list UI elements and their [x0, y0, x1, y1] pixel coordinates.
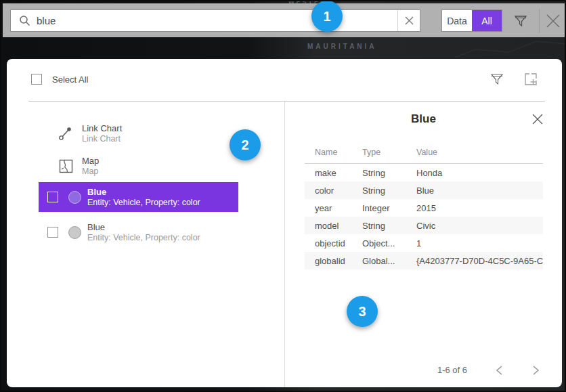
- cell-value: 1: [416, 238, 543, 248]
- cell-value: {A4203777-D70D-4C5C-9A65-C...: [416, 256, 543, 266]
- table-row: make String Honda: [305, 164, 543, 181]
- pagination: 1-6 of 6: [437, 365, 540, 375]
- result-subtitle: Map: [82, 167, 99, 176]
- result-title: Map: [82, 156, 99, 166]
- map-border-line: [448, 37, 566, 59]
- close-search-icon[interactable]: [544, 12, 563, 30]
- result-title: Blue: [87, 187, 200, 197]
- cell-name: year: [315, 203, 362, 213]
- result-blue-selected[interactable]: Blue Entity: Vehicle, Property: color: [39, 182, 238, 212]
- result-checkbox[interactable]: [47, 192, 58, 202]
- cell-name: model: [315, 221, 362, 231]
- select-all-label: Select All: [52, 74, 88, 85]
- table-row: color String Blue: [305, 181, 543, 199]
- cell-value: Civic: [416, 221, 543, 231]
- cell-type: String: [362, 168, 416, 178]
- entity-circle-icon: [68, 226, 81, 239]
- result-subtitle: Link Chart: [82, 134, 122, 144]
- map-icon: [58, 158, 73, 173]
- callout-badge-3: 3: [347, 296, 378, 327]
- filter-icon[interactable]: [513, 13, 529, 29]
- cell-value: Blue: [416, 186, 543, 196]
- scope-option-all[interactable]: All: [472, 10, 502, 31]
- search-input[interactable]: [37, 10, 397, 31]
- cell-value: Honda: [416, 168, 543, 178]
- clear-search-icon[interactable]: [397, 10, 420, 31]
- callout-badge-1: 1: [311, 1, 343, 32]
- result-subtitle: Entity: Vehicle, Property: color: [87, 233, 200, 242]
- results-filter-icon[interactable]: [489, 71, 505, 87]
- table-row: year Integer 2015: [305, 199, 543, 217]
- result-subtitle: Entity: Vehicle, Property: color: [87, 198, 200, 207]
- toolbar-divider: [539, 9, 540, 33]
- column-header-value: Value: [416, 148, 543, 157]
- close-detail-icon[interactable]: [531, 112, 544, 126]
- search-toolbar: Data All: [3, 3, 565, 37]
- result-checkbox[interactable]: [47, 227, 58, 238]
- cell-name: color: [315, 186, 362, 196]
- scope-option-data[interactable]: Data: [442, 10, 472, 31]
- select-all-control[interactable]: Select All: [31, 74, 88, 85]
- app-window: WESTER MAURITANIA Data All: [0, 0, 566, 392]
- column-header-name: Name: [315, 148, 362, 157]
- link-chart-icon: [58, 126, 73, 141]
- result-title: Link Chart: [82, 123, 122, 133]
- entity-circle-icon: [68, 191, 81, 204]
- select-all-checkbox[interactable]: [31, 74, 42, 85]
- map-label-mauritania: MAURITANIA: [307, 43, 377, 50]
- callout-badge-2: 2: [230, 129, 261, 160]
- attributes-table: Name Type Value make String Honda color …: [305, 141, 543, 269]
- column-header-type: Type: [362, 148, 416, 157]
- cell-name: make: [315, 168, 362, 178]
- cell-name: globalid: [315, 256, 362, 266]
- table-row: globalid Global... {A4203777-D70D-4C5C-9…: [305, 252, 543, 269]
- entity-detail-panel: Blue Name Type Value make String Honda: [285, 102, 562, 387]
- cell-type: Integer: [362, 203, 416, 213]
- search-box: [10, 9, 420, 32]
- pagination-label: 1-6 of 6: [437, 365, 467, 375]
- cell-type: Object...: [362, 238, 416, 248]
- result-title: Blue: [87, 222, 200, 232]
- result-blue-unselected[interactable]: Blue Entity: Vehicle, Property: color: [39, 217, 238, 247]
- cell-name: objectid: [315, 238, 362, 248]
- search-icon: [19, 15, 30, 26]
- table-header: Name Type Value: [305, 141, 543, 164]
- next-page-icon[interactable]: [531, 366, 540, 375]
- add-to-selection-icon[interactable]: [523, 71, 539, 87]
- previous-page-icon[interactable]: [494, 366, 504, 375]
- table-row: model String Civic: [305, 217, 543, 234]
- table-row: objectid Object... 1: [305, 234, 543, 252]
- cell-value: 2015: [416, 203, 543, 213]
- cell-type: String: [362, 186, 416, 196]
- cell-type: String: [362, 221, 416, 231]
- search-results-panel: Select All: [7, 59, 562, 387]
- search-scope-toggle: Data All: [441, 9, 502, 32]
- results-header: Select All: [7, 59, 562, 101]
- cell-type: Global...: [362, 256, 416, 266]
- detail-title: Blue: [285, 112, 562, 126]
